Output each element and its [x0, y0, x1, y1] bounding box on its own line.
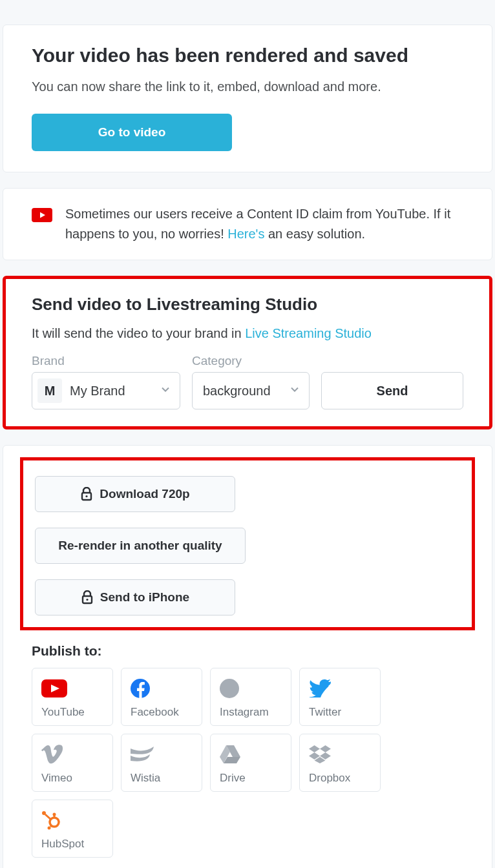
twitter-icon: [309, 677, 331, 699]
publish-name: Facebook: [131, 706, 179, 719]
chevron-down-icon: [160, 384, 171, 397]
download-button[interactable]: Download 720p: [35, 476, 235, 512]
content-id-notice: Sometimes our users receive a Content ID…: [3, 188, 492, 260]
livestream-desc-before: It will send the video to your brand in: [32, 326, 245, 340]
publish-name: Twitter: [309, 706, 341, 719]
publish-name: Drive: [220, 772, 246, 785]
notice-text: Sometimes our users receive a Content ID…: [65, 204, 463, 244]
send-iphone-label: Send to iPhone: [100, 590, 189, 604]
publish-grid: YouTube Facebook Instagram Twitter Vimeo: [32, 668, 463, 858]
send-button[interactable]: Send: [321, 372, 463, 409]
svg-point-2: [86, 495, 88, 497]
publish-name: Wistia: [131, 772, 160, 785]
svg-marker-0: [40, 212, 45, 218]
rerender-button[interactable]: Re-render in another quality: [35, 528, 246, 564]
publish-name: HubSpot: [41, 838, 84, 851]
send-to-iphone-button[interactable]: Send to iPhone: [35, 579, 235, 615]
go-to-video-button[interactable]: Go to video: [32, 114, 232, 151]
lock-icon: [80, 487, 93, 501]
brand-initial: M: [37, 378, 62, 403]
svg-marker-13: [320, 745, 331, 752]
publish-dropbox[interactable]: Dropbox: [299, 734, 381, 792]
livestream-desc: It will send the video to your brand in …: [32, 326, 463, 341]
vimeo-icon: [41, 743, 63, 765]
heres-link[interactable]: Here's: [227, 227, 264, 241]
publish-hubspot[interactable]: HubSpot: [32, 800, 113, 858]
dropbox-icon: [309, 743, 331, 765]
youtube-icon: [32, 208, 52, 222]
actions-group: Download 720p Re-render in another quali…: [20, 457, 475, 630]
svg-line-19: [45, 814, 51, 820]
publish-wistia[interactable]: Wistia: [121, 734, 202, 792]
download-label: Download 720p: [100, 487, 189, 501]
livestream-card: Send video to Livestreaming Studio It wi…: [3, 276, 492, 429]
brand-label: Brand: [32, 354, 180, 368]
hero-title: Your video has been rendered and saved: [32, 45, 463, 67]
svg-point-4: [86, 599, 88, 601]
svg-point-8: [220, 679, 239, 698]
brand-select[interactable]: M My Brand: [32, 372, 180, 409]
category-value: background: [198, 384, 284, 398]
publish-youtube[interactable]: YouTube: [32, 668, 113, 726]
svg-point-20: [53, 813, 56, 816]
publish-drive[interactable]: Drive: [210, 734, 291, 792]
svg-marker-12: [309, 745, 320, 752]
chevron-down-icon: [290, 384, 300, 397]
publish-vimeo[interactable]: Vimeo: [32, 734, 113, 792]
hubspot-icon: [41, 809, 61, 831]
svg-line-23: [50, 825, 52, 827]
facebook-icon: [131, 677, 150, 699]
hero-card: Your video has been rendered and saved Y…: [3, 25, 492, 172]
lock-icon: [81, 590, 94, 604]
publish-name: YouTube: [41, 706, 85, 719]
youtube-icon: [41, 677, 67, 699]
svg-point-22: [48, 827, 51, 830]
drive-icon: [220, 743, 240, 765]
publish-facebook[interactable]: Facebook: [121, 668, 202, 726]
publish-name: Instagram: [220, 706, 269, 719]
wistia-icon: [131, 743, 154, 765]
instagram-icon: [220, 677, 239, 699]
livestream-title: Send video to Livestreaming Studio: [32, 294, 463, 315]
actions-publish-card: Download 720p Re-render in another quali…: [3, 445, 492, 868]
live-streaming-studio-link[interactable]: Live Streaming Studio: [245, 326, 372, 340]
category-select[interactable]: background: [192, 372, 310, 409]
brand-value: My Brand: [70, 384, 155, 398]
publish-name: Vimeo: [41, 772, 72, 785]
publish-label: Publish to:: [32, 643, 463, 659]
notice-text-after: an easy solution.: [264, 227, 365, 241]
hero-subtitle: You can now share the link to it, embed,…: [32, 79, 463, 94]
publish-name: Dropbox: [309, 772, 350, 785]
publish-twitter[interactable]: Twitter: [299, 668, 381, 726]
category-label: Category: [192, 354, 310, 368]
publish-instagram[interactable]: Instagram: [210, 668, 291, 726]
